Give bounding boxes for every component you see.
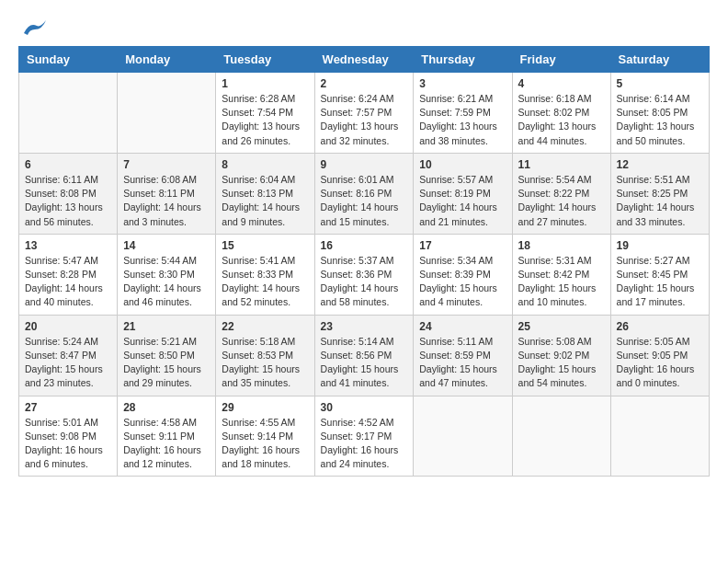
calendar-cell: 28Sunrise: 4:58 AM Sunset: 9:11 PM Dayli… bbox=[118, 396, 216, 477]
day-info: Sunrise: 4:52 AM Sunset: 9:17 PM Dayligh… bbox=[321, 416, 408, 472]
day-info: Sunrise: 5:18 AM Sunset: 8:53 PM Dayligh… bbox=[222, 335, 308, 391]
day-number: 10 bbox=[419, 158, 506, 171]
day-number: 4 bbox=[518, 77, 605, 90]
calendar-cell: 25Sunrise: 5:08 AM Sunset: 9:02 PM Dayli… bbox=[512, 315, 610, 396]
calendar-cell: 27Sunrise: 5:01 AM Sunset: 9:08 PM Dayli… bbox=[19, 396, 118, 477]
calendar-cell: 14Sunrise: 5:44 AM Sunset: 8:30 PM Dayli… bbox=[118, 234, 216, 315]
header-tuesday: Tuesday bbox=[216, 47, 314, 73]
calendar-cell: 8Sunrise: 6:04 AM Sunset: 8:13 PM Daylig… bbox=[216, 153, 314, 234]
calendar-cell: 15Sunrise: 5:41 AM Sunset: 8:33 PM Dayli… bbox=[216, 234, 314, 315]
calendar-cell: 1Sunrise: 6:28 AM Sunset: 7:54 PM Daylig… bbox=[216, 73, 314, 154]
day-info: Sunrise: 6:24 AM Sunset: 7:57 PM Dayligh… bbox=[321, 92, 408, 148]
header-friday: Friday bbox=[512, 47, 610, 73]
calendar-cell: 9Sunrise: 6:01 AM Sunset: 8:16 PM Daylig… bbox=[314, 153, 414, 234]
day-info: Sunrise: 5:37 AM Sunset: 8:36 PM Dayligh… bbox=[321, 254, 408, 310]
day-number: 9 bbox=[321, 158, 408, 171]
day-info: Sunrise: 5:21 AM Sunset: 8:50 PM Dayligh… bbox=[123, 335, 210, 391]
calendar-cell: 26Sunrise: 5:05 AM Sunset: 9:05 PM Dayli… bbox=[610, 315, 709, 396]
calendar-cell: 24Sunrise: 5:11 AM Sunset: 8:59 PM Dayli… bbox=[414, 315, 512, 396]
calendar-cell: 22Sunrise: 5:18 AM Sunset: 8:53 PM Dayli… bbox=[216, 315, 314, 396]
day-number: 22 bbox=[222, 320, 308, 333]
page-header bbox=[18, 18, 710, 31]
day-info: Sunrise: 5:14 AM Sunset: 8:56 PM Dayligh… bbox=[321, 335, 408, 391]
day-number: 19 bbox=[617, 239, 703, 252]
day-info: Sunrise: 5:57 AM Sunset: 8:19 PM Dayligh… bbox=[419, 173, 506, 229]
day-info: Sunrise: 5:44 AM Sunset: 8:30 PM Dayligh… bbox=[123, 254, 210, 310]
day-info: Sunrise: 6:04 AM Sunset: 8:13 PM Dayligh… bbox=[222, 173, 308, 229]
day-info: Sunrise: 5:51 AM Sunset: 8:25 PM Dayligh… bbox=[617, 173, 703, 229]
calendar-cell bbox=[512, 396, 610, 477]
calendar-cell: 18Sunrise: 5:31 AM Sunset: 8:42 PM Dayli… bbox=[512, 234, 610, 315]
day-number: 25 bbox=[518, 320, 605, 333]
day-info: Sunrise: 5:01 AM Sunset: 9:08 PM Dayligh… bbox=[25, 416, 111, 472]
calendar-week-row: 6Sunrise: 6:11 AM Sunset: 8:08 PM Daylig… bbox=[19, 153, 710, 234]
calendar-week-row: 27Sunrise: 5:01 AM Sunset: 9:08 PM Dayli… bbox=[19, 396, 710, 477]
day-info: Sunrise: 4:55 AM Sunset: 9:14 PM Dayligh… bbox=[222, 416, 308, 472]
calendar-week-row: 20Sunrise: 5:24 AM Sunset: 8:47 PM Dayli… bbox=[19, 315, 710, 396]
day-info: Sunrise: 6:28 AM Sunset: 7:54 PM Dayligh… bbox=[222, 92, 308, 148]
logo bbox=[18, 18, 48, 31]
day-info: Sunrise: 5:08 AM Sunset: 9:02 PM Dayligh… bbox=[518, 335, 605, 391]
calendar-week-row: 13Sunrise: 5:47 AM Sunset: 8:28 PM Dayli… bbox=[19, 234, 710, 315]
day-info: Sunrise: 5:11 AM Sunset: 8:59 PM Dayligh… bbox=[419, 335, 506, 391]
day-info: Sunrise: 5:24 AM Sunset: 8:47 PM Dayligh… bbox=[25, 335, 111, 391]
day-info: Sunrise: 6:21 AM Sunset: 7:59 PM Dayligh… bbox=[419, 92, 506, 148]
day-number: 17 bbox=[419, 239, 506, 252]
calendar-cell: 2Sunrise: 6:24 AM Sunset: 7:57 PM Daylig… bbox=[314, 73, 414, 154]
calendar-header-row: SundayMondayTuesdayWednesdayThursdayFrid… bbox=[19, 47, 710, 73]
day-number: 11 bbox=[518, 158, 605, 171]
day-info: Sunrise: 5:31 AM Sunset: 8:42 PM Dayligh… bbox=[518, 254, 605, 310]
day-number: 30 bbox=[321, 401, 408, 414]
header-sunday: Sunday bbox=[19, 47, 118, 73]
calendar-table: SundayMondayTuesdayWednesdayThursdayFrid… bbox=[18, 46, 710, 477]
calendar-cell: 16Sunrise: 5:37 AM Sunset: 8:36 PM Dayli… bbox=[314, 234, 414, 315]
calendar-cell: 29Sunrise: 4:55 AM Sunset: 9:14 PM Dayli… bbox=[216, 396, 314, 477]
day-info: Sunrise: 5:47 AM Sunset: 8:28 PM Dayligh… bbox=[25, 254, 111, 310]
day-info: Sunrise: 5:54 AM Sunset: 8:22 PM Dayligh… bbox=[518, 173, 605, 229]
calendar-cell bbox=[610, 396, 709, 477]
calendar-cell bbox=[19, 73, 118, 154]
day-number: 23 bbox=[321, 320, 408, 333]
day-number: 29 bbox=[222, 401, 308, 414]
day-info: Sunrise: 6:01 AM Sunset: 8:16 PM Dayligh… bbox=[321, 173, 408, 229]
header-monday: Monday bbox=[118, 47, 216, 73]
calendar-cell: 11Sunrise: 5:54 AM Sunset: 8:22 PM Dayli… bbox=[512, 153, 610, 234]
day-info: Sunrise: 6:11 AM Sunset: 8:08 PM Dayligh… bbox=[25, 173, 111, 229]
header-wednesday: Wednesday bbox=[314, 47, 414, 73]
calendar-week-row: 1Sunrise: 6:28 AM Sunset: 7:54 PM Daylig… bbox=[19, 73, 710, 154]
calendar-cell: 30Sunrise: 4:52 AM Sunset: 9:17 PM Dayli… bbox=[314, 396, 414, 477]
day-number: 21 bbox=[123, 320, 210, 333]
calendar-cell: 5Sunrise: 6:14 AM Sunset: 8:05 PM Daylig… bbox=[610, 73, 709, 154]
day-number: 14 bbox=[123, 239, 210, 252]
day-number: 16 bbox=[321, 239, 408, 252]
calendar-cell: 10Sunrise: 5:57 AM Sunset: 8:19 PM Dayli… bbox=[414, 153, 512, 234]
day-number: 2 bbox=[321, 77, 408, 90]
day-number: 27 bbox=[25, 401, 111, 414]
day-number: 3 bbox=[419, 77, 506, 90]
day-info: Sunrise: 6:08 AM Sunset: 8:11 PM Dayligh… bbox=[123, 173, 210, 229]
day-info: Sunrise: 6:18 AM Sunset: 8:02 PM Dayligh… bbox=[518, 92, 605, 148]
day-number: 8 bbox=[222, 158, 308, 171]
calendar-cell bbox=[118, 73, 216, 154]
day-number: 1 bbox=[222, 77, 308, 90]
day-number: 24 bbox=[419, 320, 506, 333]
calendar-cell bbox=[414, 396, 512, 477]
logo-bird-icon bbox=[22, 18, 48, 39]
day-number: 28 bbox=[123, 401, 210, 414]
calendar-cell: 3Sunrise: 6:21 AM Sunset: 7:59 PM Daylig… bbox=[414, 73, 512, 154]
day-number: 20 bbox=[25, 320, 111, 333]
calendar-cell: 23Sunrise: 5:14 AM Sunset: 8:56 PM Dayli… bbox=[314, 315, 414, 396]
day-info: Sunrise: 6:14 AM Sunset: 8:05 PM Dayligh… bbox=[617, 92, 703, 148]
calendar-cell: 19Sunrise: 5:27 AM Sunset: 8:45 PM Dayli… bbox=[610, 234, 709, 315]
calendar-cell: 6Sunrise: 6:11 AM Sunset: 8:08 PM Daylig… bbox=[19, 153, 118, 234]
day-info: Sunrise: 5:05 AM Sunset: 9:05 PM Dayligh… bbox=[617, 335, 703, 391]
day-info: Sunrise: 5:27 AM Sunset: 8:45 PM Dayligh… bbox=[617, 254, 703, 310]
day-number: 12 bbox=[617, 158, 703, 171]
calendar-cell: 13Sunrise: 5:47 AM Sunset: 8:28 PM Dayli… bbox=[19, 234, 118, 315]
day-info: Sunrise: 5:41 AM Sunset: 8:33 PM Dayligh… bbox=[222, 254, 308, 310]
calendar-cell: 17Sunrise: 5:34 AM Sunset: 8:39 PM Dayli… bbox=[414, 234, 512, 315]
calendar-cell: 7Sunrise: 6:08 AM Sunset: 8:11 PM Daylig… bbox=[118, 153, 216, 234]
calendar-cell: 20Sunrise: 5:24 AM Sunset: 8:47 PM Dayli… bbox=[19, 315, 118, 396]
header-saturday: Saturday bbox=[610, 47, 709, 73]
calendar-cell: 4Sunrise: 6:18 AM Sunset: 8:02 PM Daylig… bbox=[512, 73, 610, 154]
